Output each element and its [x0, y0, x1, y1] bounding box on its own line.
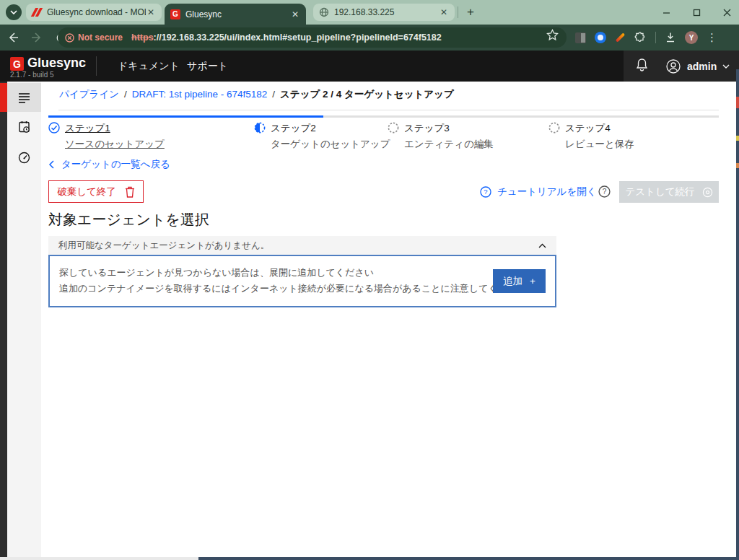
page-body: パイプライン/DRAFT: 1st pipeline - 674f5182/ステ…: [0, 82, 739, 560]
sidebar-item-tasks[interactable]: [7, 113, 41, 141]
pipeline-list-icon: [18, 92, 30, 103]
tab-close-icon[interactable]: ✕: [146, 7, 156, 17]
step-3: ステップ3エンティティの編集: [388, 122, 494, 151]
test-and-continue-button[interactable]: テストして続行: [619, 181, 719, 203]
question-circle-icon: ?: [480, 186, 491, 198]
forward-icon: [31, 32, 43, 43]
breadcrumb-separator: /: [272, 89, 275, 100]
progress-fill: [48, 115, 323, 118]
star-icon: [546, 29, 559, 41]
back-link-label: ターゲットの一覧へ戻る: [61, 158, 170, 171]
step-complete-icon: [48, 122, 60, 134]
step-label: ステップ4: [565, 122, 634, 135]
clipboard-clock-icon: [18, 121, 30, 134]
add-agent-button[interactable]: 追加 +: [493, 269, 546, 293]
breadcrumb-pipelines-link[interactable]: パイプライン: [59, 89, 119, 100]
main-content: パイプライン/DRAFT: 1st pipeline - 674f5182/ステ…: [41, 82, 739, 560]
close-icon: [723, 9, 731, 17]
add-agent-panel: 探しているエージェントが見つからない場合は、展開に追加してください 追加のコンテ…: [48, 255, 556, 307]
tab-title: Gluesync download - MOLO17: [47, 7, 146, 17]
url-rest: ://192.168.33.225/ui/index.html#setup_pi…: [154, 32, 442, 43]
test-button-label: テストして続行: [625, 185, 694, 198]
gauge-icon: [18, 152, 30, 164]
trash-icon: [125, 186, 135, 198]
horizontal-scrollbar[interactable]: [0, 557, 739, 560]
svg-text:?: ?: [484, 188, 487, 196]
brand-name: Gluesync: [27, 56, 86, 71]
step-label: ステップ2: [271, 122, 390, 135]
bookmark-star-button[interactable]: [546, 29, 559, 44]
maximize-icon: [693, 9, 701, 17]
add-button-label: 追加: [503, 275, 522, 288]
back-icon: [7, 32, 19, 43]
user-icon: [665, 58, 681, 74]
step-1[interactable]: ステップ1ソースのセットアップ: [48, 122, 165, 151]
tab-close-icon[interactable]: ✕: [290, 9, 300, 19]
back-button[interactable]: [2, 27, 24, 48]
step-label[interactable]: ステップ1: [65, 122, 165, 135]
nav-documents[interactable]: ドキュメント: [118, 51, 180, 82]
nav-support[interactable]: サポート: [187, 51, 228, 82]
downloads-icon[interactable]: [665, 32, 676, 43]
tab-close-icon[interactable]: ✕: [439, 7, 449, 17]
browser-tab-bar: Gluesync download - MOLO17 ✕ G Gluesync …: [0, 0, 739, 25]
profile-avatar[interactable]: Y: [685, 31, 698, 44]
extensions-puzzle-icon[interactable]: [634, 32, 647, 44]
sidebar-item-dashboard[interactable]: [7, 143, 41, 172]
minimize-icon: [663, 9, 670, 17]
back-to-targets-link[interactable]: ターゲットの一覧へ戻る: [48, 158, 170, 171]
target-icon: [702, 187, 713, 198]
window-minimize-button[interactable]: [651, 0, 681, 25]
horizontal-scrollbar-thumb[interactable]: [198, 557, 739, 560]
browser-tab-active[interactable]: G Gluesync ✕: [165, 4, 306, 25]
progress-bar: [48, 115, 719, 118]
browser-menu-button[interactable]: ⋮: [707, 31, 717, 44]
tab-title: Gluesync: [185, 9, 290, 19]
chevron-up-icon[interactable]: [538, 243, 546, 248]
step-sublabel: ターゲットのセットアップ: [271, 138, 390, 151]
extensions-row: Y ⋮: [575, 27, 717, 48]
header-right-section: admin: [624, 51, 739, 82]
sidebar-rail: [0, 82, 7, 560]
extension-icon[interactable]: [595, 32, 606, 43]
window-maximize-button[interactable]: [681, 0, 712, 25]
tab-search-button[interactable]: [6, 4, 22, 20]
bell-icon: [635, 58, 649, 72]
breadcrumb-pipeline-link[interactable]: DRAFT: 1st pipeline - 674f5182: [132, 89, 268, 100]
tutorial-label: チュートリアルを開く: [497, 185, 597, 198]
app-header: G Gluesync 2.1.7 - build 5 ドキュメント サポート a…: [0, 51, 739, 82]
version-label: 2.1.7 - build 5: [10, 71, 54, 79]
step-pending-icon: [388, 122, 399, 134]
step-sublabel[interactable]: ソースのセットアップ: [65, 138, 165, 151]
help-button[interactable]: ?: [598, 185, 611, 201]
forward-button[interactable]: [26, 27, 48, 48]
browser-tab[interactable]: Gluesync download - MOLO17 ✕: [26, 4, 162, 21]
agents-accordion-header[interactable]: 利用可能なターゲットエージェントがありません。: [48, 236, 556, 255]
notifications-button[interactable]: [635, 58, 649, 75]
browser-tab[interactable]: 192.168.33.225 ✕: [313, 4, 455, 21]
step-2: ステップ2ターゲットのセットアップ: [254, 122, 390, 151]
address-bar[interactable]: Not secure https://192.168.33.225/ui/ind…: [58, 27, 567, 48]
window-close-button[interactable]: [712, 0, 739, 25]
pen-extension-icon[interactable]: [616, 32, 625, 42]
header-divider: [96, 56, 97, 76]
url-text: https://192.168.33.225/ui/index.html#set…: [131, 32, 442, 43]
open-tutorial-link[interactable]: ? チュートリアルを開く: [480, 185, 597, 198]
username-label: admin: [687, 61, 717, 72]
chevron-down-icon: [722, 64, 730, 69]
chevron-down-icon: [10, 10, 17, 14]
discard-and-exit-button[interactable]: 破棄して終了: [48, 180, 144, 203]
gluesync-logo-icon: G: [10, 57, 24, 71]
new-tab-button[interactable]: +: [463, 4, 478, 20]
question-circle-icon: ?: [598, 185, 611, 198]
step-sublabel: エンティティの編集: [404, 138, 494, 151]
extension-icon[interactable]: [575, 32, 586, 43]
step-label: ステップ3: [404, 122, 494, 135]
chevron-left-icon: [48, 160, 54, 169]
plus-icon: +: [530, 276, 535, 286]
user-menu[interactable]: admin: [665, 58, 730, 74]
step-4: ステップ4レビューと保存: [548, 122, 634, 151]
sidebar-item-pipelines[interactable]: [7, 83, 41, 112]
security-chip[interactable]: Not secure: [65, 32, 123, 43]
tab-title: 192.168.33.225: [334, 7, 439, 17]
